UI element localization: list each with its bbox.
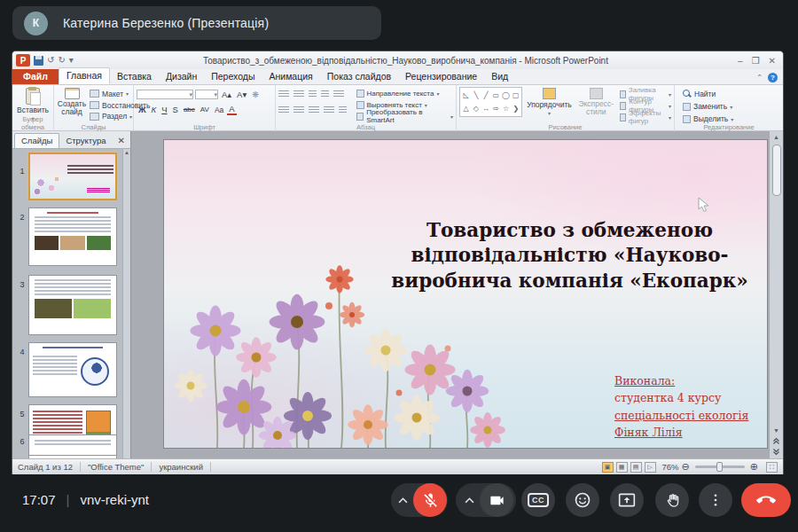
slide-thumbnail-6[interactable] (28, 434, 117, 456)
camera-button[interactable] (480, 483, 513, 517)
end-call-button[interactable] (741, 483, 791, 517)
panel-close-icon[interactable]: ✕ (113, 136, 130, 148)
underline-button[interactable]: Ч (160, 105, 168, 114)
panel-scrollbar[interactable]: ▲ (122, 149, 130, 458)
new-slide-button[interactable]: Создать слайд (57, 87, 87, 121)
slide-credits[interactable]: Виконала: студентка 4 курсу спеціальност… (614, 372, 748, 442)
clipboard-group: Вставить ▾ Буфер обмена (12, 85, 54, 131)
tab-view[interactable]: Вид (484, 69, 515, 84)
slide-thumbnail-1[interactable] (28, 153, 117, 200)
reactions-button[interactable] (566, 483, 599, 517)
font-color-button[interactable]: A (227, 104, 236, 115)
previous-slide-button[interactable] (771, 435, 782, 446)
closed-captions-icon: CC (528, 493, 549, 507)
present-screen-button[interactable] (610, 483, 644, 517)
font-name-select[interactable]: ▾ (137, 90, 193, 99)
grow-font-button[interactable]: A▴ (220, 90, 233, 99)
tab-animations[interactable]: Анимация (262, 69, 319, 84)
language-indicator[interactable]: украинский (159, 462, 203, 472)
more-options-button[interactable] (699, 483, 732, 517)
mic-options-chevron-icon[interactable] (392, 497, 413, 504)
status-bar: Слайд 1 из 12 "Office Theme" украинский … (12, 458, 783, 474)
replace-button[interactable]: Заменить▾ (683, 101, 780, 112)
arrange-button[interactable]: Упорядочить ▾ (526, 87, 572, 121)
minimize-icon[interactable]: – (738, 56, 743, 66)
zoom-out-button[interactable]: ⊖ (682, 461, 690, 473)
current-slide[interactable]: Товариство з обмеженою відповідальністю … (164, 140, 767, 448)
columns-icon[interactable] (339, 106, 347, 114)
slide-thumbnail-2[interactable] (28, 207, 117, 266)
italic-button[interactable]: К (150, 105, 159, 114)
microphone-muted-button[interactable] (413, 483, 447, 517)
increase-indent-icon[interactable] (321, 90, 329, 98)
align-left-icon[interactable] (278, 106, 289, 114)
character-spacing-button[interactable]: AV (199, 106, 211, 113)
help-icon[interactable]: ? (768, 73, 778, 82)
smartart-button[interactable]: Преобразовать в SmartArt▾ (356, 111, 453, 121)
captions-button[interactable]: CC (521, 483, 555, 517)
bullets-icon[interactable] (278, 90, 289, 98)
fit-to-window-button[interactable]: ⛶ (766, 462, 778, 473)
raise-hand-button[interactable] (655, 483, 689, 517)
powerpoint-logo-icon[interactable]: P (16, 54, 30, 66)
shadow-button[interactable]: S (171, 105, 180, 114)
slide-title[interactable]: Товариство з обмеженою відповідальністю … (390, 218, 749, 293)
tab-file[interactable]: Файл (12, 69, 59, 84)
line-spacing-icon[interactable] (333, 90, 344, 98)
tab-insert[interactable]: Вставка (110, 69, 159, 84)
collapse-ribbon-icon[interactable]: ⌃ (756, 74, 763, 82)
tab-review[interactable]: Рецензирование (398, 69, 484, 84)
zoom-slider[interactable] (695, 466, 745, 468)
bold-button[interactable]: Ж (137, 105, 148, 114)
tab-slideshow[interactable]: Показ слайдов (320, 69, 398, 84)
next-slide-button[interactable] (771, 446, 782, 457)
slide-canvas[interactable]: Товариство з обмеженою відповідальністю … (131, 131, 769, 458)
tab-transitions[interactable]: Переходы (204, 69, 262, 84)
align-center-icon[interactable] (293, 106, 304, 114)
save-icon[interactable] (34, 56, 43, 66)
numbering-icon[interactable] (293, 90, 304, 98)
reset-icon (90, 101, 99, 109)
panel-tab-slides[interactable]: Слайды (14, 133, 59, 148)
close-icon[interactable]: ✕ (769, 56, 776, 66)
shape-effects-icon (620, 113, 626, 121)
scroll-up-icon[interactable]: ▲ (771, 131, 782, 142)
normal-view-button[interactable]: ▣ (602, 462, 614, 473)
zoom-in-button[interactable]: ⊕ (750, 461, 758, 473)
camera-options-chevron-icon[interactable] (458, 497, 480, 504)
theme-name[interactable]: "Office Theme" (88, 462, 144, 472)
decrease-indent-icon[interactable] (309, 90, 317, 98)
vertical-scrollbar[interactable]: ▲ ▼ (769, 131, 783, 458)
tab-home[interactable]: Главная (59, 67, 110, 84)
slide-thumbnail-3[interactable] (28, 275, 117, 335)
change-case-button[interactable]: Aa (213, 106, 225, 114)
shrink-font-button[interactable]: A▾ (235, 90, 248, 99)
shape-effects-button[interactable]: Эффекты фигур▾ (620, 112, 671, 122)
justify-icon[interactable] (324, 106, 334, 114)
align-right-icon[interactable] (309, 106, 319, 114)
font-size-select[interactable]: ▾ (195, 90, 218, 99)
quick-styles-button[interactable]: Экспресс-стили (575, 87, 616, 121)
layout-icon (90, 90, 99, 98)
slide-sorter-view-button[interactable]: ▦ (616, 462, 628, 473)
strikethrough-button[interactable]: abc (182, 106, 197, 113)
clear-formatting-button[interactable]: ❋ (250, 90, 261, 99)
text-direction-button[interactable]: Направление текста▾ (356, 89, 453, 99)
slide-thumbnail-4[interactable] (28, 342, 117, 397)
slideshow-view-button[interactable]: ▷ (645, 462, 656, 473)
shape-fill-icon (620, 90, 626, 98)
find-button[interactable]: Найти (683, 89, 780, 99)
shapes-gallery[interactable]: ◺╲╱▭◯▢ △◇↔⇨☆❯ (459, 87, 522, 117)
redo-icon[interactable]: ↻ (58, 56, 65, 65)
panel-tab-outline[interactable]: Структура (59, 134, 112, 148)
undo-icon[interactable]: ↺ (47, 56, 54, 65)
avatar: К (24, 12, 48, 35)
tab-design[interactable]: Дизайн (159, 69, 204, 84)
font-group: ▾ ▾ A▴ A▾ ❋ Ж К Ч S abc AV Aa A Шрифт (134, 85, 276, 131)
scroll-thumb[interactable] (772, 145, 781, 196)
panel-tabs: Слайды Структура ✕ (12, 131, 130, 149)
maximize-icon[interactable]: ❐ (752, 56, 760, 66)
zoom-slider-knob[interactable] (716, 462, 723, 472)
reading-view-button[interactable]: ▤ (630, 462, 642, 473)
scroll-down-icon[interactable]: ▼ (771, 425, 782, 435)
